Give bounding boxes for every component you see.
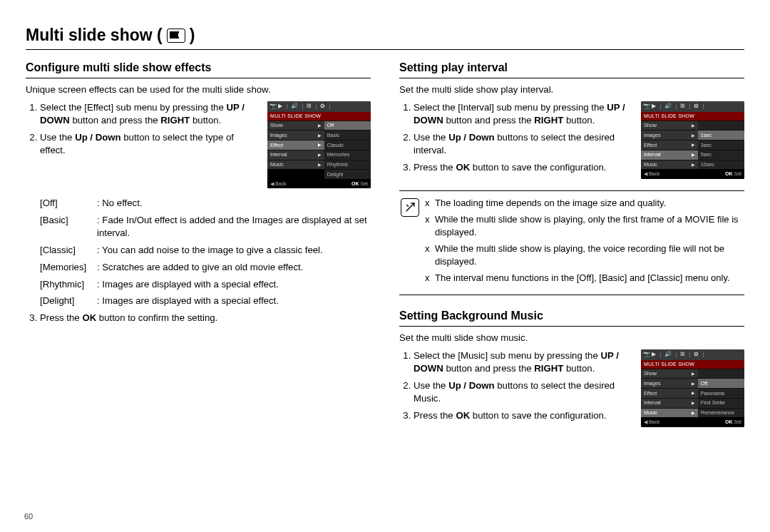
definition-desc: : Images are displayed with a special ef… [97, 295, 371, 307]
definition-desc: : Scratches are added to give an old mov… [97, 261, 371, 274]
note-item: The interval menu functions in the [Off]… [425, 272, 743, 285]
intro-music: Set the multi slide show music. [399, 332, 744, 344]
notes-box: The loading time depends on the image si… [399, 190, 744, 295]
page-title: Multi slide show ( ) [26, 24, 744, 50]
definition-row: [Rhythmic]: Images are displayed with a … [40, 278, 371, 291]
left-column: Configure multi slide show effects Uniqu… [26, 60, 371, 431]
lcd-effects: 📷 ▶ | 🔊 | ⊞ | ✿ |MULTI SLIDE SHOWShow▶Im… [267, 101, 371, 188]
definition-term: [Delight] [40, 295, 97, 307]
definition-desc: : You can add noise to the image to give… [97, 244, 371, 257]
title-text-close: ) [190, 24, 195, 46]
section-heading-interval: Setting play interval [399, 60, 744, 78]
lcd-music: 📷 ▶ | 🔊 | ⊞ | ✿ |MULTI SLIDE SHOWShow▶Im… [641, 349, 744, 426]
note-item: The loading time depends on the image si… [425, 197, 743, 210]
definition-row: [Basic]: Fade In/Out effect is added and… [40, 214, 371, 240]
note-item: While the multi slide show is playing, o… [425, 213, 743, 238]
note-icon [401, 198, 419, 217]
definition-desc: : Fade In/Out effect is added and the Im… [97, 214, 371, 240]
right-column: Setting play interval Set the multi slid… [399, 60, 744, 431]
definition-row: [Off]: No effect. [40, 197, 371, 210]
effect-definitions: [Off]: No effect.[Basic]: Fade In/Out ef… [40, 197, 371, 307]
definition-term: [Rhythmic] [40, 278, 97, 291]
definition-desc: : Images are displayed with a special ef… [97, 278, 371, 291]
section-heading-effects: Configure multi slide show effects [26, 60, 371, 78]
slideshow-icon [167, 29, 185, 43]
notes-list: The loading time depends on the image si… [425, 197, 743, 289]
definition-row: [Classic]: You can add noise to the imag… [40, 244, 371, 257]
title-text-open: Multi slide show ( [26, 24, 163, 46]
list-item: Press the OK button to confirm the setti… [40, 312, 371, 324]
intro-effects: Unique screen effects can be used for th… [26, 83, 371, 96]
page-number: 60 [24, 511, 33, 522]
definition-term: [Basic] [40, 214, 97, 240]
definition-term: [Classic] [40, 244, 97, 257]
definition-term: [Off] [40, 197, 97, 210]
definition-row: [Delight]: Images are displayed with a s… [40, 295, 371, 307]
definition-term: [Memories] [40, 261, 97, 274]
note-item: While the multi slide show is playing, t… [425, 242, 743, 267]
lcd-interval: 📷 ▶ | 🔊 | ⊞ | ✿ |MULTI SLIDE SHOWShow▶Im… [641, 101, 744, 178]
definition-row: [Memories]: Scratches are added to give … [40, 261, 371, 274]
section-heading-music: Setting Background Music [399, 308, 744, 327]
definition-desc: : No effect. [97, 197, 371, 210]
intro-interval: Set the multi slide show play interval. [399, 83, 744, 96]
